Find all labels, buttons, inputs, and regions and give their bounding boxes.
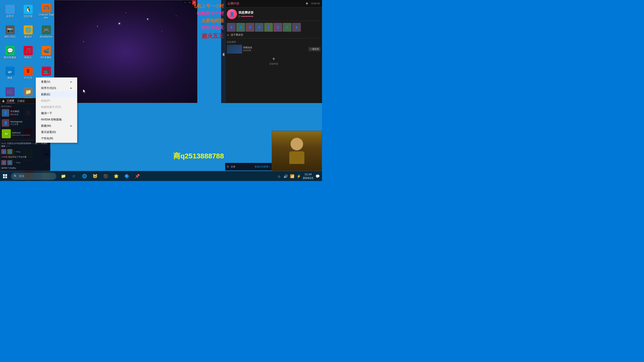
taskbar: 🔍 搜索 📁 e 🌐 🐱 ⚫ 🌟 🔷 xyxy=(0,171,322,181)
desktop-icon-3[interactable]: 📷 IMG-1051 xyxy=(1,22,19,42)
menu-item-3: 粘贴(P) xyxy=(36,98,77,104)
chat-meta-2: → Ging xyxy=(13,161,20,164)
notification-icon[interactable]: 💬 xyxy=(315,174,320,179)
start-cell-3 xyxy=(3,176,5,178)
menu-arrow-7: ▶ xyxy=(70,125,72,127)
icon-img-6: 💬 xyxy=(6,46,15,55)
icon-img-8: 📹 xyxy=(42,46,51,55)
taskbar-app-files[interactable]: 📁 xyxy=(58,171,68,181)
recommend-label: 好友推荐 xyxy=(227,40,320,44)
desktop: 🌐 必胜功 🐧 QQ武器 🎮 Chained Together 📷 IMG-10… xyxy=(0,0,322,181)
desktop-icon-4[interactable]: 🌐 极速功 xyxy=(19,22,37,42)
chat-avatar-3: 👤 xyxy=(1,160,6,165)
user-section: 👤 我是腾讲音 ⬡ ●●●●●●●● xyxy=(227,9,320,21)
menu-item-0[interactable]: 查看(V) ▶ xyxy=(36,79,77,85)
ie-icon: e xyxy=(71,173,77,179)
desktop-icon-6[interactable]: 💬 微信电脑版 xyxy=(1,42,19,63)
desktop-icon-7[interactable]: 🎵 网易云 xyxy=(19,42,37,63)
tray-icon-2[interactable]: 🔊 xyxy=(283,174,288,179)
menu-item-9[interactable]: 个性化(R) xyxy=(36,135,77,142)
menu-item-5[interactable]: 撤消一下 xyxy=(36,110,77,116)
rec-thumb-1 xyxy=(227,45,242,54)
taskbar-app-6[interactable]: 🔷 xyxy=(122,171,132,181)
viewer-text: 611/119人 xyxy=(1,105,12,108)
app3-icon: 🐱 xyxy=(92,173,98,179)
chat-text-3: 改时间了(吐(胡)) xyxy=(1,167,16,169)
stream-tab-locked[interactable]: 已锁定 xyxy=(16,99,26,103)
icon-img-13: 📁 xyxy=(24,87,33,96)
desktop-icon-5[interactable]: 🎮 WxeBames xyxy=(37,22,55,42)
taskbar-app-ie[interactable]: e xyxy=(69,171,79,181)
files-icon: 📁 xyxy=(60,173,66,179)
refresh-icon[interactable]: ↻ xyxy=(227,165,229,168)
tray-icon-3[interactable]: 📶 xyxy=(290,174,295,179)
one-key-btn[interactable]: 一键投票 xyxy=(308,47,320,51)
tray-icon-4[interactable]: ⚡ xyxy=(296,174,301,179)
taskbar-app-5[interactable]: 🌟 xyxy=(111,171,121,181)
desktop-icon-1[interactable]: 🐧 QQ武器 xyxy=(19,1,37,21)
taskbar-app-7[interactable]: 📌 xyxy=(132,171,142,181)
menu-item-7[interactable]: 新建(W) ▶ xyxy=(36,123,77,129)
promo-line-1: 飞机上号一小时 xyxy=(192,3,224,10)
chat-user-row-2: 👤 👤 → Ging xyxy=(1,160,49,165)
stream-tab-watched[interactable]: 已观看 xyxy=(6,99,15,103)
right-panel: 云腾约音 + 活动约音 👤 我是腾讲音 ⬡ ●●●●●●●● 👤 👤 👤 xyxy=(225,0,322,103)
menu-arrow-0: ▶ xyxy=(70,81,72,83)
menu-item-label-6: NVIDIA 控制面板 xyxy=(41,118,62,121)
start-cell-1 xyxy=(3,174,5,176)
menu-item-6[interactable]: NVIDIA 控制面板 xyxy=(36,116,77,123)
activity-text: 活动约音 xyxy=(269,62,278,66)
stream-avatar-2: 👤 xyxy=(2,119,9,127)
more-link[interactable]: 更多好玩推测 > xyxy=(255,165,270,168)
nvidia-icon: NV xyxy=(2,129,11,138)
menu-item-8[interactable]: 显示设置(D) xyxy=(36,129,77,135)
panel-title: 云腾约音 xyxy=(227,2,304,6)
icon-label-1: QQ武器 xyxy=(24,15,33,18)
edge-icon: 🌐 xyxy=(82,173,88,179)
rec-title-1: 荣耀战场 战场直播 xyxy=(243,46,307,52)
menu-item-1[interactable]: 排序方式(O) ▶ xyxy=(36,85,77,91)
add-activity-section: + 活动约音 xyxy=(227,55,320,67)
desktop-icon-8[interactable]: 📹 KK录像机 xyxy=(37,42,55,63)
app5-icon: 🌟 xyxy=(113,173,119,179)
search-icon: 🔍 xyxy=(14,174,17,178)
taskbar-app-edge[interactable]: 🌐 xyxy=(79,171,90,181)
icon-label-9: 网鱼 xyxy=(8,77,13,80)
menu-item-label-9: 个性化(R) xyxy=(41,137,53,140)
taskbar-app-3[interactable]: 🐱 xyxy=(90,171,100,181)
thumb-2: 👤 xyxy=(236,23,245,32)
lock-icon: 🔒 xyxy=(2,100,5,102)
chat-msg-3: 改时间了(吐(胡)) xyxy=(1,166,49,170)
taskbar-search[interactable]: 🔍 搜索 xyxy=(11,173,56,180)
minimize-button[interactable]: ─ xyxy=(183,1,187,5)
menu-item-2[interactable]: 刷新(E) xyxy=(36,91,77,98)
desktop-icon-2[interactable]: 🎮 Chained Together xyxy=(37,1,55,21)
desktop-icon-0[interactable]: 🌐 必胜功 xyxy=(1,1,19,21)
desktop-icon-9[interactable]: 🐟 网鱼 xyxy=(1,63,19,83)
taskbar-app-4[interactable]: ⚫ xyxy=(101,171,111,181)
add-activity-btn[interactable]: + 活动约音 xyxy=(269,56,278,66)
chat-user-2: 小时候: xyxy=(1,156,8,158)
thumb-7: 👤 xyxy=(283,23,292,32)
promo-line-5: 超火五天 xyxy=(192,31,224,40)
tray-icon-1[interactable]: ⌂ xyxy=(276,174,281,179)
menu-item-label-3: 粘贴(P) xyxy=(41,99,50,103)
activity-label: 活动约音 xyxy=(311,2,320,5)
add-button[interactable]: + xyxy=(304,1,310,7)
restore-button[interactable]: □ xyxy=(188,1,192,5)
icon-img-7: 🎵 xyxy=(24,46,33,55)
user-avatar: 👤 xyxy=(227,9,237,19)
chat-area: XiLiS: 又是怎么不在这里说词回来——那——密调的罐罐（！） 👤 👤 → G… xyxy=(1,140,49,170)
chat-text-2: 你么不玩了不玩大赛 xyxy=(8,156,26,158)
right-panel-header: 云腾约音 + 活动约音 xyxy=(225,0,322,8)
windows-start-icon xyxy=(3,174,7,178)
chat-msg-2: 小时候: 你么不玩了不玩大赛 xyxy=(1,155,49,159)
clock-date: 2024/1/1 xyxy=(303,176,313,180)
user-name: 我是腾讲音 xyxy=(238,11,320,15)
desktop-icon-10[interactable]: 🎙 YY打开 xyxy=(19,63,37,83)
app6-icon: 🔷 xyxy=(124,173,130,179)
qq-number: 商q2513888788 xyxy=(173,151,224,161)
clock[interactable]: 11:14 2024/1/1 xyxy=(303,172,313,180)
start-cell-2 xyxy=(5,174,7,176)
start-button[interactable] xyxy=(0,171,10,181)
